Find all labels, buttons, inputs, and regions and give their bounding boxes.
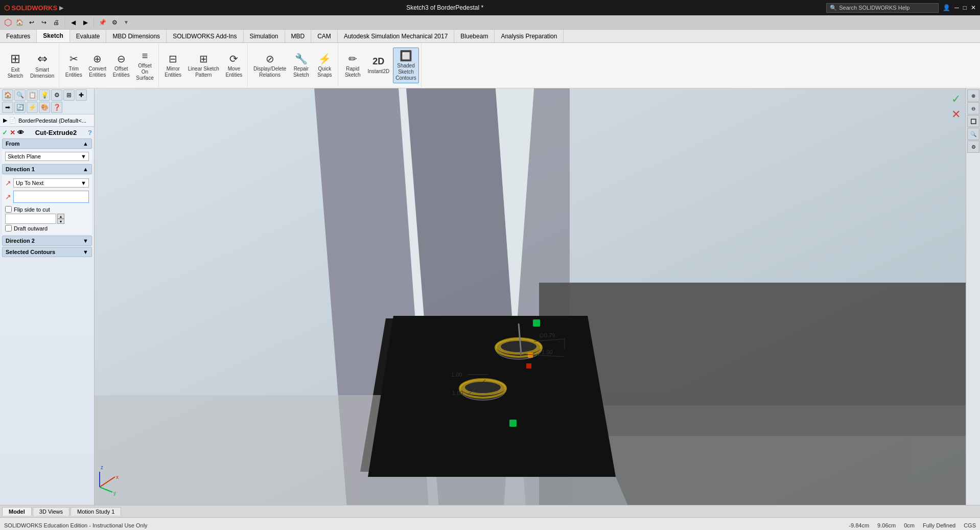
panel-icon-light[interactable]: 💡: [39, 89, 50, 101]
tab-cam[interactable]: CAM: [311, 30, 338, 42]
selected-contours-section-header[interactable]: Selected Contours ▼: [2, 247, 92, 257]
maximize-button[interactable]: □: [963, 4, 967, 11]
group-buttons-1: ⊞ ExitSketch ⇔ SmartDimension: [4, 45, 57, 86]
eye-action[interactable]: 👁: [17, 129, 24, 136]
direction1-section-header[interactable]: Direction 1 ▲: [2, 164, 92, 174]
search-bar[interactable]: 🔍 Search SOLIDWORKS Help: [826, 3, 939, 13]
tab-mbd-dimensions[interactable]: MBD Dimensions: [106, 30, 167, 42]
ce-title-row: ✓ ✕ 👁 Cut-Extrude2 ?: [2, 129, 92, 136]
quick-snaps-button[interactable]: ⚡ QuickSnaps: [313, 48, 336, 83]
right-btn-4[interactable]: 🔍: [967, 128, 979, 140]
viewport-x-button[interactable]: ✕: [951, 108, 961, 121]
selected-contours-collapse-icon: ▼: [83, 249, 88, 255]
instant2d-button[interactable]: 2D Instant2D: [365, 48, 392, 83]
draft-outward-checkbox[interactable]: [5, 225, 12, 232]
panel-icon-home[interactable]: 🏠: [2, 89, 13, 101]
sketch-plane-dropdown[interactable]: Sketch Plane ▼: [5, 152, 89, 161]
tab-sketch[interactable]: Sketch: [37, 30, 69, 42]
draft-angle-field: ▲ ▼: [5, 214, 89, 224]
tab-motion-study[interactable]: Motion Study 1: [71, 507, 121, 516]
qa-undo[interactable]: ↩: [27, 17, 37, 28]
tab-autodesk[interactable]: Autodesk Simulation Mechanical 2017: [338, 30, 454, 42]
status-edition: SOLIDWORKS Education Edition - Instructi…: [4, 522, 148, 528]
qa-pin[interactable]: 📌: [97, 17, 107, 28]
ribbon-tabs: Features Sketch Evaluate MBD Dimensions …: [0, 30, 980, 43]
move-entities-button[interactable]: ⟳ MoveEntities: [223, 48, 245, 83]
display-label: Display/DeleteRelations: [253, 66, 286, 78]
spinner-down[interactable]: ▼: [57, 219, 64, 224]
draft-angle-input[interactable]: [5, 214, 56, 224]
offset-entities-button[interactable]: ⊖ OffsetEntities: [110, 48, 132, 83]
linear-pattern-button[interactable]: ⊞ Linear SketchPattern: [185, 48, 222, 83]
tab-mbd[interactable]: MBD: [285, 30, 312, 42]
tab-features[interactable]: Features: [0, 30, 37, 42]
ribbon-group-exit: ⊞ ExitSketch ⇔ SmartDimension: [2, 44, 59, 87]
tab-analysis[interactable]: Analysis Preparation: [495, 30, 564, 42]
right-btn-3[interactable]: 🔲: [967, 115, 979, 127]
panel-icon-tree[interactable]: 📋: [27, 89, 38, 101]
qa-forward[interactable]: ▶: [80, 17, 90, 28]
close-button[interactable]: ✕: [971, 4, 976, 11]
qa-print[interactable]: 🖨: [51, 17, 61, 28]
tab-evaluate[interactable]: Evaluate: [70, 30, 107, 42]
smart-dimension-button[interactable]: ⇔ SmartDimension: [28, 48, 57, 83]
user-icon[interactable]: 👤: [943, 4, 950, 11]
panel-icon-search[interactable]: 🔍: [14, 89, 26, 101]
tab-addins[interactable]: SOLIDWORKS Add-Ins: [167, 30, 243, 42]
move-icon: ⟳: [229, 53, 238, 65]
panel-icon-lightning[interactable]: ⚡: [27, 102, 38, 113]
panel-icon-grid[interactable]: ⊞: [63, 89, 75, 101]
tab-3d-views[interactable]: 3D Views: [33, 507, 69, 516]
shaded-contours-button[interactable]: 🔲 ShadedSketchContours: [393, 48, 419, 83]
tab-model[interactable]: Model: [2, 507, 32, 516]
minimize-button[interactable]: ─: [954, 4, 959, 11]
convert-entities-button[interactable]: ⊕ ConvertEntities: [86, 48, 109, 83]
dropdown-arrow[interactable]: ▼: [124, 19, 129, 25]
repair-icon: 🔧: [295, 53, 308, 65]
viewport-check-button[interactable]: ✓: [951, 93, 961, 106]
smart-dim-icon: ⇔: [37, 52, 48, 66]
group-buttons-2: ✂ TrimEntities ⊕ ConvertEntities ⊖ Offse…: [62, 45, 156, 86]
direction2-section-header[interactable]: Direction 2 ▼: [2, 236, 92, 246]
qa-redo[interactable]: ↪: [39, 17, 49, 28]
mirror-entities-button[interactable]: ⊟ MirrorEntities: [162, 48, 184, 83]
from-section-header[interactable]: From ▲: [2, 139, 92, 149]
up-to-next-dropdown[interactable]: Up To Next ▼: [13, 178, 89, 188]
direction1-arrow-icon: ↗: [5, 179, 11, 187]
direction1-face-input[interactable]: [13, 191, 89, 203]
right-btn-2[interactable]: ⊖: [967, 102, 979, 114]
trim-entities-button[interactable]: ✂ TrimEntities: [62, 48, 85, 83]
right-btn-5[interactable]: ⚙: [967, 141, 979, 153]
check-action[interactable]: ✓: [2, 129, 8, 136]
exit-sketch-button[interactable]: ⊞ ExitSketch: [4, 48, 27, 83]
qa-back[interactable]: ◀: [68, 17, 78, 28]
convert-icon: ⊕: [93, 53, 102, 65]
status-left: SOLIDWORKS Education Edition - Instructi…: [4, 522, 148, 528]
panel-icon-color[interactable]: 🎨: [39, 102, 50, 113]
qa-settings[interactable]: ⚙: [109, 17, 120, 28]
right-btn-1[interactable]: ⊕: [967, 89, 979, 102]
rapid-sketch-button[interactable]: ✏ RapidSketch: [341, 48, 364, 83]
tree-label: BorderPedestal (Default<...: [18, 118, 86, 124]
tree-item-borderpedestal[interactable]: ▶ 📄 BorderPedestal (Default<...: [2, 117, 92, 124]
qa-home[interactable]: 🏠: [14, 17, 25, 28]
spinner-up[interactable]: ▲: [57, 214, 64, 219]
panel-icon-arrow[interactable]: ➡: [2, 102, 13, 113]
viewport[interactable]: 6. ↖ 🔍 ✋ 🔄 ⬇ ⬛ ⬛ ⬛ ⬛ ⬛ ⬛ ⬛ ⬛ ⬛ ⬛: [95, 88, 966, 505]
repair-sketch-button[interactable]: 🔧 RepairSketch: [290, 48, 312, 83]
x-action[interactable]: ✕: [10, 129, 15, 136]
panel-icon-help[interactable]: ❓: [51, 102, 62, 113]
flip-side-checkbox[interactable]: [5, 206, 12, 213]
panel-icon-rotate[interactable]: 🔄: [14, 102, 26, 113]
group-buttons-5: ✏ RapidSketch 2D Instant2D 🔲 ShadedSketc…: [341, 45, 418, 86]
offset-surface-button[interactable]: ≡ OffsetOnSurface: [133, 48, 156, 83]
window-title: Sketch3 of BorderPedestal *: [63, 4, 826, 11]
tab-simulation[interactable]: Simulation: [244, 30, 285, 42]
panel-icon-add[interactable]: ✚: [76, 89, 87, 101]
logo-arrow: ▶: [59, 5, 63, 11]
status-y: 9.06cm: [877, 522, 896, 528]
display-delete-button[interactable]: ⊘ Display/DeleteRelations: [251, 48, 289, 83]
tab-bluebeam[interactable]: Bluebeam: [454, 30, 495, 42]
panel-icon-settings[interactable]: ⚙: [51, 89, 62, 101]
ce-help[interactable]: ?: [88, 129, 92, 136]
